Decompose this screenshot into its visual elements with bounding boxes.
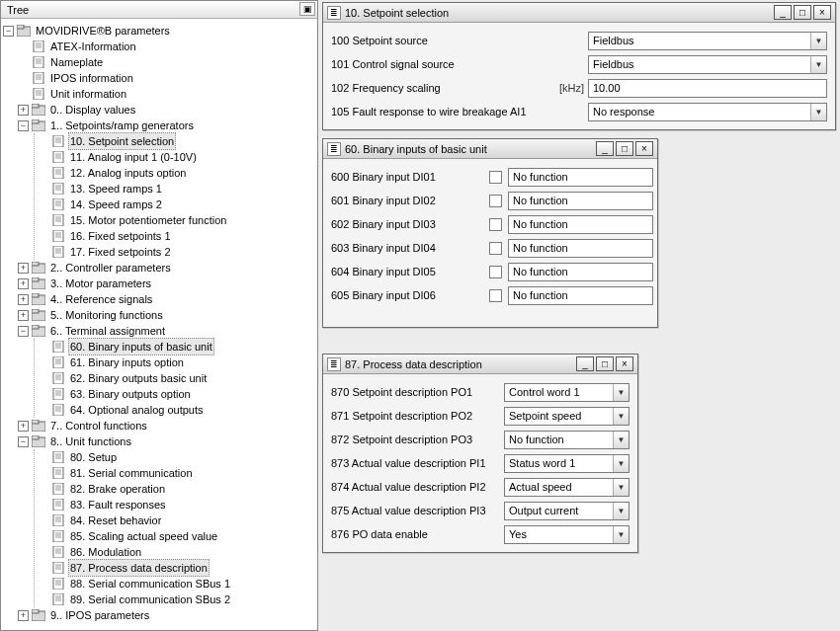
minimize-button[interactable]: _ [576,356,594,371]
param-combo[interactable]: Actual speed▼ [504,478,630,497]
pin-button[interactable]: ▣ [299,2,315,16]
tree-item[interactable]: Nameplate [48,54,105,70]
param-label: 871 Setpoint description PO2 [331,410,504,422]
tree-item[interactable]: 84. Reset behavior [68,513,163,528]
page-icon [32,56,45,68]
tree-item[interactable]: 4.. Reference signals [48,291,154,307]
tree-item[interactable]: 64. Optional analog outputs [68,402,206,418]
minimize-button[interactable]: _ [596,141,614,156]
window-titlebar[interactable]: ≣ 60. Binary inputs of basic unit _ □ × [323,139,657,159]
tree-item[interactable]: 81. Serial communication [68,465,195,481]
close-button[interactable]: × [635,141,653,156]
param-combo[interactable]: No function [508,168,653,187]
tree-item[interactable]: 5.. Monitoring functions [48,307,165,323]
tree-item[interactable]: 11. Analog input 1 (0-10V) [68,149,199,165]
tree-item[interactable]: 87. Process data description [68,559,210,577]
svg-rect-61 [32,309,39,313]
checkbox[interactable] [489,266,502,278]
tree-item[interactable]: 6.. Terminal assignment [48,323,167,339]
tree-item[interactable]: 85. Scaling actual speed value [68,528,219,544]
tree-item[interactable]: 14. Speed ramps 2 [68,197,164,212]
tree-item[interactable]: 60. Binary inputs of basic unit [68,338,214,355]
param-combo[interactable]: No function▼ [504,431,630,449]
twist-collapse-icon[interactable]: − [18,326,29,337]
param-combo[interactable]: No function [508,286,653,305]
checkbox[interactable] [489,171,502,184]
param-combo[interactable]: No function [508,192,653,210]
tree-item[interactable]: 12. Analog inputs option [68,165,188,181]
folder-icon [32,293,45,305]
twist-none [38,342,48,353]
window-titlebar[interactable]: ≣ 10. Setpoint selection _ □ × [323,3,835,23]
chevron-down-icon: ▼ [613,503,629,519]
twist-expand-icon[interactable]: + [18,294,29,305]
tree-item[interactable]: 62. Binary outputs basic unit [68,370,209,386]
tree-item[interactable]: 3.. Motor parameters [48,276,153,291]
tree-item[interactable]: 0.. Display values [48,102,137,118]
twist-expand-icon[interactable]: + [18,278,29,289]
page-icon [51,499,65,511]
maximize-button[interactable]: □ [616,141,633,156]
twist-none [38,184,48,195]
tree-item[interactable]: Unit information [48,86,128,102]
tree-item[interactable]: IPOS information [48,70,135,86]
twist-collapse-icon[interactable]: − [3,26,14,37]
tree-item[interactable]: 7.. Control functions [48,418,149,434]
page-icon [51,546,65,558]
param-combo[interactable]: No function [508,239,653,258]
tree-item[interactable]: 86. Modulation [68,544,143,560]
twist-expand-icon[interactable]: + [18,105,29,116]
twist-collapse-icon[interactable]: − [18,120,29,131]
tree-body[interactable]: − MOVIDRIVE®B parameters ATEX-Informatio… [1,19,317,630]
tree-item[interactable]: 10. Setpoint selection [68,132,176,150]
tree-item[interactable]: 9.. IPOS parameters [48,607,151,623]
checkbox[interactable] [489,195,502,207]
tree-root-label[interactable]: MOVIDRIVE®B parameters [34,23,172,39]
tree-item[interactable]: 1.. Setpoints/ramp generators [48,118,196,133]
tree-item[interactable]: 89. Serial communication SBus 2 [68,592,232,607]
svg-rect-42 [53,214,63,226]
param-combo[interactable]: Status word 1▼ [504,454,630,473]
tree-item[interactable]: ATEX-Information [48,39,138,54]
tree-item[interactable]: 83. Fault responses [68,497,168,513]
param-combo[interactable]: Fieldbus▼ [588,55,827,74]
param-combo[interactable]: Setpoint speed▼ [504,407,630,426]
tree-item[interactable]: 82. Brake operation [68,481,167,497]
checkbox[interactable] [489,289,502,302]
twist-expand-icon[interactable]: + [18,421,29,432]
twist-expand-icon[interactable]: + [18,263,29,274]
checkbox[interactable] [489,242,502,255]
minimize-button[interactable]: _ [774,5,792,20]
maximize-button[interactable]: □ [794,5,811,20]
twist-expand-icon[interactable]: + [18,610,29,621]
twist-none [38,563,48,574]
checkbox[interactable] [489,218,502,231]
page-icon [51,530,65,542]
param-combo[interactable]: Fieldbus▼ [588,32,827,50]
svg-rect-46 [53,230,63,242]
param-combo[interactable]: No response▼ [588,103,827,121]
param-combo[interactable]: Yes▼ [504,525,630,544]
close-button[interactable]: × [813,5,831,20]
param-label: 876 PO data enable [331,528,504,540]
maximize-button[interactable]: □ [596,356,614,371]
close-button[interactable]: × [616,356,633,371]
tree-item[interactable]: 88. Serial communication SBus 1 [68,576,232,592]
tree-item[interactable]: 2.. Controller parameters [48,260,173,276]
tree-item[interactable]: 13. Speed ramps 1 [68,181,164,197]
param-combo[interactable]: Output current▼ [504,502,630,520]
tree-item[interactable]: 15. Motor potentiometer function [68,212,228,228]
tree-item[interactable]: 63. Binary outputs option [68,386,193,402]
tree-item[interactable]: 80. Setup [68,449,119,465]
window-titlebar[interactable]: ≣ 87. Process data description _ □ × [323,355,637,374]
twist-collapse-icon[interactable]: − [18,436,29,447]
param-input[interactable]: 10.00 [588,79,827,98]
param-combo[interactable]: No function [508,215,653,234]
param-combo[interactable]: No function [508,263,653,281]
tree-item[interactable]: 8.. Unit functions [48,434,133,449]
param-combo[interactable]: Control word 1▼ [504,383,630,402]
tree-item[interactable]: 16. Fixed setpoints 1 [68,228,173,244]
tree-item[interactable]: 17. Fixed setpoints 2 [68,244,173,260]
twist-expand-icon[interactable]: + [18,310,29,321]
tree-item[interactable]: 61. Binary inputs option [68,355,186,370]
